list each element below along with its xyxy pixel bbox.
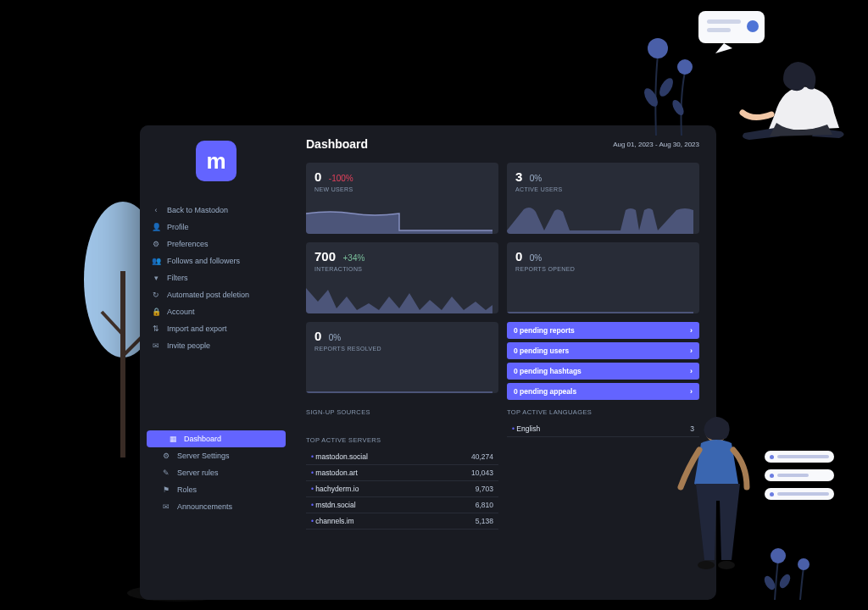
sidebar-item-server-settings[interactable]: ⚙Server Settings (140, 447, 292, 464)
svg-point-26 (698, 561, 715, 569)
metric-value: 3 (515, 169, 522, 184)
card-interactions[interactable]: 700 +34% INTERACTIONS (306, 242, 498, 313)
sidebar-item-label: Back to Mastodon (167, 206, 228, 214)
card-new-users[interactable]: 0 -100% NEW USERS (306, 163, 498, 234)
metric-label: INTERACTIONS (314, 266, 490, 272)
table-row[interactable]: mstdn.social6,810 (306, 497, 498, 513)
metric-label: REPORTS OPENED (515, 266, 691, 272)
sidebar-item-profile[interactable]: 👤Profile (140, 219, 292, 236)
sidebar-item-automated-post-deletion[interactable]: ↻Automated post deletion (140, 286, 292, 303)
svg-point-16 (677, 59, 693, 75)
sidebar-item-label: Server Settings (177, 452, 230, 460)
date-range[interactable]: Aug 01, 2023 - Aug 30, 2023 (613, 141, 699, 148)
metric-value: 700 (314, 249, 336, 263)
metric-delta: 0% (530, 253, 542, 263)
sidebar-item-import-and-export[interactable]: ⇅Import and export (140, 320, 292, 337)
sidebar: m ‹Back to Mastodon👤Profile⚙Preferences👥… (140, 125, 292, 600)
sidebar-item-label: Roles (177, 485, 197, 494)
sidebar-item-filters[interactable]: ▾Filters (140, 269, 292, 286)
svg-point-15 (648, 38, 668, 58)
svg-point-23 (747, 20, 759, 32)
pending-label: 0 pending appeals (514, 387, 576, 396)
chevron-right-icon: › (690, 326, 693, 335)
svg-point-28 (771, 548, 786, 563)
table-row[interactable]: mastodon.art10,043 (306, 465, 498, 481)
nav-icon: ⚑ (162, 485, 170, 494)
table-row[interactable]: hachyderm.io9,703 (306, 481, 498, 497)
sidebar-item-label: Follows and followers (167, 257, 240, 265)
metric-delta: 0% (530, 174, 542, 183)
metric-delta: +34% (342, 253, 364, 263)
pending-label: 0 pending reports (514, 326, 575, 335)
row-name: hachyderm.io (311, 485, 359, 493)
svg-rect-21 (707, 19, 741, 24)
row-value: 6,810 (476, 501, 493, 509)
nav-icon: ✉ (152, 341, 160, 350)
svg-point-29 (798, 558, 810, 570)
nav-icon: ✎ (162, 469, 170, 477)
sidebar-item-server-rules[interactable]: ✎Server rules (140, 464, 292, 481)
sidebar-item-back-to-mastodon[interactable]: ‹Back to Mastodon (140, 202, 292, 219)
page-title: Dashboard (306, 137, 368, 151)
svg-rect-13 (507, 312, 693, 313)
card-reports-opened[interactable]: 0 0% REPORTS OPENED (507, 242, 699, 313)
row-value: 5,138 (476, 517, 493, 525)
nav-icon: ⚙ (162, 452, 170, 460)
metric-value: 0 (314, 169, 321, 184)
nav-icon: ↻ (152, 291, 160, 299)
nav-icon: ‹ (152, 206, 160, 214)
metric-label: REPORTS RESOLVED (314, 346, 490, 352)
table-row[interactable]: channels.im5,138 (306, 513, 498, 530)
svg-rect-1 (120, 271, 125, 458)
svg-point-19 (670, 98, 687, 117)
svg-point-27 (718, 561, 735, 569)
row-name: mstdn.social (311, 501, 356, 509)
row-name: mastodon.social (311, 452, 368, 461)
metric-value: 0 (314, 329, 321, 343)
section-top-languages: TOP ACTIVE LANGUAGES (507, 408, 699, 416)
section-top-servers: TOP ACTIVE SERVERS (306, 436, 498, 444)
chevron-right-icon: › (690, 347, 693, 355)
sidebar-item-dashboard[interactable]: ▦Dashboard (147, 430, 286, 447)
mastodon-logo: m (196, 141, 236, 181)
metric-label: ACTIVE USERS (515, 186, 691, 192)
nav-icon: ✉ (162, 502, 170, 511)
nav-icon: ⇅ (152, 324, 160, 333)
pending-item[interactable]: 0 pending appeals› (507, 383, 699, 400)
sidebar-item-roles[interactable]: ⚑Roles (140, 481, 292, 498)
pending-item[interactable]: 0 pending reports› (507, 322, 699, 339)
sidebar-item-account[interactable]: 🔒Account (140, 303, 292, 320)
decorative-chips (765, 451, 834, 507)
metric-delta: -100% (329, 174, 353, 183)
table-row[interactable]: English3 (507, 421, 699, 437)
pending-item[interactable]: 0 pending users› (507, 342, 699, 359)
pending-item[interactable]: 0 pending hashtags› (507, 363, 699, 380)
sidebar-item-label: Filters (167, 274, 188, 282)
sidebar-item-follows-and-followers[interactable]: 👥Follows and followers (140, 252, 292, 269)
sidebar-item-label: Import and export (167, 324, 227, 333)
row-name: mastodon.art (311, 469, 358, 477)
nav-icon: ▦ (169, 435, 177, 443)
svg-point-18 (657, 76, 676, 99)
sidebar-item-label: Automated post deletion (167, 291, 249, 299)
table-row[interactable]: mastodon.social40,274 (306, 449, 498, 465)
metric-label: NEW USERS (314, 186, 490, 192)
metric-delta: 0% (329, 333, 341, 342)
sidebar-item-label: Server rules (177, 469, 219, 477)
card-reports-resolved[interactable]: 0 0% REPORTS RESOLVED (306, 322, 498, 393)
sidebar-item-label: Preferences (167, 240, 209, 248)
nav-icon: 👤 (152, 223, 160, 231)
svg-point-17 (642, 86, 660, 109)
chevron-right-icon: › (690, 387, 693, 396)
sidebar-item-label: Announcements (177, 502, 232, 511)
sidebar-item-label: Profile (167, 223, 189, 231)
metric-value: 0 (515, 249, 522, 263)
card-active-users[interactable]: 3 0% ACTIVE USERS (507, 163, 699, 234)
sidebar-item-label: Dashboard (184, 435, 221, 443)
row-name: channels.im (311, 517, 354, 525)
sidebar-item-label: Account (167, 308, 195, 316)
nav-icon: 👥 (152, 257, 160, 265)
sidebar-item-announcements[interactable]: ✉Announcements (140, 498, 292, 515)
sidebar-item-invite-people[interactable]: ✉Invite people (140, 337, 292, 354)
sidebar-item-preferences[interactable]: ⚙Preferences (140, 236, 292, 252)
